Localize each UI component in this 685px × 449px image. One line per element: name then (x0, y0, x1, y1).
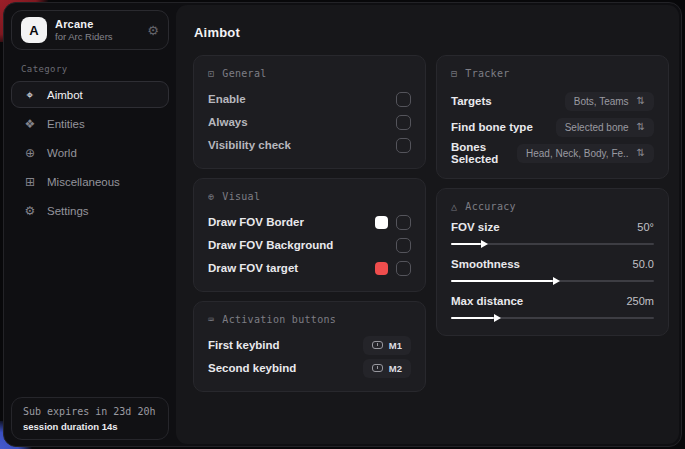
fov-border-label: Draw FOV Border (208, 216, 304, 228)
second-keybind-button[interactable]: M2 (363, 359, 411, 378)
main-panel: Aimbot ⊡ General Enable Always (176, 5, 679, 444)
bones-selected-select[interactable]: Head, Neck, Body, Fe.. ⇅ (517, 144, 654, 163)
fov-size-value: 50° (637, 221, 654, 233)
mouse-icon (372, 364, 383, 372)
accuracy-card-header: △ Accuracy (451, 201, 654, 212)
max-distance-group: Max distance 250m (451, 295, 654, 319)
card-columns: ⊡ General Enable Always Visibility check (193, 55, 669, 392)
settings-icon: ⚙ (23, 204, 37, 218)
right-column: ⊟ Tracker Targets Bots, Teams ⇅ Find bon… (436, 55, 669, 336)
enable-row: Enable (208, 88, 411, 110)
session-duration-text: session duration 14s (23, 421, 157, 432)
misc-icon: ⊞ (23, 175, 37, 189)
sub-expiry-text: Sub expires in 23d 20h (23, 406, 157, 417)
brand-text: Arcane for Arc Riders (55, 18, 113, 42)
gear-icon[interactable]: ⚙ (147, 24, 159, 37)
bones-selected-row: Bones Selected Head, Neck, Body, Fe.. ⇅ (451, 140, 654, 166)
first-keybind-value: M1 (389, 340, 402, 351)
targets-row: Targets Bots, Teams ⇅ (451, 88, 654, 114)
activation-card-title: Activation buttons (222, 314, 336, 325)
sidebar-item-entities[interactable]: ❖ Entities (11, 110, 169, 137)
world-icon: ⊕ (23, 146, 37, 160)
subscription-status: Sub expires in 23d 20h session duration … (11, 397, 169, 440)
sidebar: A Arcane for Arc Riders ⚙ Category ⌖ Aim… (4, 3, 176, 446)
first-keybind-button[interactable]: M1 (363, 336, 411, 355)
smoothness-value: 50.0 (633, 258, 654, 270)
max-distance-value: 250m (626, 295, 654, 307)
visibility-check-checkbox[interactable] (396, 138, 411, 153)
visual-card-title: Visual (222, 191, 260, 202)
tracker-card: ⊟ Tracker Targets Bots, Teams ⇅ Find bon… (436, 55, 669, 179)
enable-checkbox[interactable] (396, 92, 411, 107)
smoothness-group: Smoothness 50.0 (451, 258, 654, 282)
second-keybind-value: M2 (389, 363, 402, 374)
tracker-card-header: ⊟ Tracker (451, 68, 654, 79)
sidebar-item-world[interactable]: ⊕ World (11, 139, 169, 166)
fov-border-checkbox[interactable] (396, 215, 411, 230)
fov-background-label: Draw FOV Background (208, 239, 333, 251)
max-distance-slider[interactable] (451, 317, 654, 319)
entities-icon: ❖ (23, 117, 37, 131)
fov-size-label: FOV size (451, 221, 500, 233)
visibility-check-row: Visibility check (208, 134, 411, 156)
fov-size-group: FOV size 50° (451, 221, 654, 245)
general-card-header: ⊡ General (208, 68, 411, 79)
chevron-updown-icon: ⇅ (637, 148, 645, 158)
sidebar-item-miscellaneous[interactable]: ⊞ Miscellaneous (11, 168, 169, 195)
brand-header: A Arcane for Arc Riders ⚙ (11, 10, 169, 50)
visual-card: ⊕ Visual Draw FOV Border Draw FOV Backgr… (193, 178, 426, 292)
enable-label: Enable (208, 93, 246, 105)
sidebar-nav: ⌖ Aimbot ❖ Entities ⊕ World ⊞ Miscellane… (4, 81, 176, 224)
find-bone-type-select[interactable]: Selected bone ⇅ (556, 118, 654, 137)
smoothness-slider-fill[interactable] (451, 280, 553, 282)
targets-label: Targets (451, 95, 492, 107)
fov-size-slider-fill[interactable] (451, 243, 481, 245)
sidebar-item-label: World (47, 147, 77, 159)
tracker-card-title: Tracker (465, 68, 509, 79)
sidebar-item-label: Settings (47, 205, 89, 217)
visual-card-header: ⊕ Visual (208, 191, 411, 202)
find-bone-type-value: Selected bone (565, 122, 629, 133)
sidebar-item-label: Miscellaneous (47, 176, 120, 188)
fov-size-slider[interactable] (451, 243, 654, 245)
fov-target-color-swatch[interactable] (375, 262, 388, 275)
bones-selected-value: Head, Neck, Body, Fe.. (526, 148, 629, 159)
second-keybind-label: Second keybind (208, 362, 296, 374)
smoothness-label: Smoothness (451, 258, 520, 270)
fov-target-row: Draw FOV target (208, 257, 411, 279)
smoothness-slider[interactable] (451, 280, 654, 282)
crosshair-icon: ⌖ (23, 88, 37, 102)
category-label: Category (21, 64, 159, 74)
max-distance-label: Max distance (451, 295, 523, 307)
visibility-check-label: Visibility check (208, 139, 291, 151)
always-label: Always (208, 116, 248, 128)
max-distance-slider-fill[interactable] (451, 317, 494, 319)
fov-background-row: Draw FOV Background (208, 234, 411, 256)
tracker-icon: ⊟ (451, 68, 457, 79)
first-keybind-label: First keybind (208, 339, 280, 351)
visual-icon: ⊕ (208, 191, 214, 202)
mouse-icon (372, 341, 383, 349)
fov-target-label: Draw FOV target (208, 262, 298, 274)
sidebar-item-label: Entities (47, 118, 85, 130)
accuracy-card-title: Accuracy (465, 201, 516, 212)
fov-background-checkbox[interactable] (396, 238, 411, 253)
targets-select[interactable]: Bots, Teams ⇅ (565, 92, 654, 111)
general-card-title: General (222, 68, 266, 79)
chevron-updown-icon: ⇅ (637, 122, 645, 132)
sidebar-item-aimbot[interactable]: ⌖ Aimbot (11, 81, 169, 108)
sidebar-item-settings[interactable]: ⚙ Settings (11, 197, 169, 224)
find-bone-type-label: Find bone type (451, 121, 533, 133)
page-title: Aimbot (194, 25, 669, 40)
activation-card-header: ⌨ Activation buttons (208, 314, 411, 325)
always-row: Always (208, 111, 411, 133)
brand-logo: A (21, 17, 47, 43)
bones-selected-label: Bones Selected (451, 141, 517, 165)
always-checkbox[interactable] (396, 115, 411, 130)
fov-border-row: Draw FOV Border (208, 211, 411, 233)
cheat-menu-window: A Arcane for Arc Riders ⚙ Category ⌖ Aim… (3, 2, 682, 447)
targets-value: Bots, Teams (574, 96, 629, 107)
fov-border-color-swatch[interactable] (375, 216, 388, 229)
fov-target-checkbox[interactable] (396, 261, 411, 276)
find-bone-type-row: Find bone type Selected bone ⇅ (451, 114, 654, 140)
